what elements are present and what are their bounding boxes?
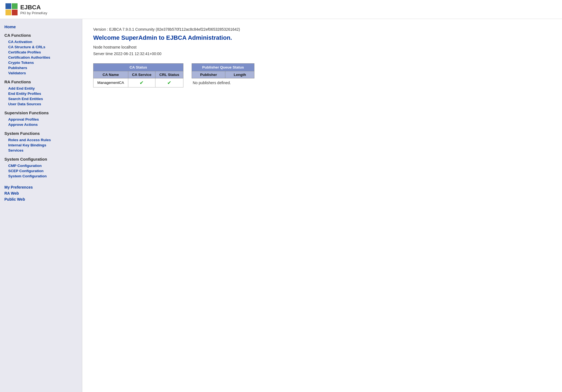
sidebar-link-approve-actions[interactable]: Approve Actions	[4, 122, 78, 127]
ca-status-table: CA Status CA Name CA Service CRL Status …	[93, 63, 183, 87]
logo-icon	[5, 3, 18, 15]
sidebar-link-search-end-entities[interactable]: Search End Entities	[4, 96, 78, 101]
sidebar-link-end-entity-profiles[interactable]: End Entity Profiles	[4, 91, 78, 96]
logo-sq-red	[12, 10, 18, 15]
sidebar-link-add-end-entity[interactable]: Add End Entity	[4, 86, 78, 91]
sidebar-section-ra-functions: RA Functions	[4, 79, 78, 84]
header: EJBCA PKI by PrimeKey	[0, 0, 562, 19]
sidebar: Home CA Functions CA Activation CA Struc…	[0, 19, 82, 392]
sidebar-bottom: My Preferences RA Web Public Web	[4, 184, 78, 202]
node-info: Node hostname localhost Server time 2022…	[93, 44, 551, 57]
sidebar-link-system-configuration[interactable]: System Configuration	[4, 174, 78, 179]
server-time: Server time 2022-06-21 12:32:41+00:00	[93, 51, 551, 57]
sidebar-link-my-preferences[interactable]: My Preferences	[4, 184, 78, 190]
length-header: Length	[225, 71, 254, 78]
main-content: Version : EJBCA 7.9.0.1 Community (82e37…	[82, 19, 562, 392]
sidebar-link-services[interactable]: Services	[4, 148, 78, 153]
sidebar-home-link[interactable]: Home	[4, 24, 78, 29]
crl-status-cell: ✔	[155, 78, 183, 87]
ca-service-header: CA Service	[128, 71, 155, 78]
sidebar-link-validators[interactable]: Validators	[4, 70, 78, 76]
ca-status-title: CA Status	[93, 63, 183, 71]
crl-status-header: CRL Status	[155, 71, 183, 78]
sidebar-link-approval-profiles[interactable]: Approval Profiles	[4, 117, 78, 122]
sidebar-section-system-configuration: System Configuration	[4, 157, 78, 161]
logo-title: EJBCA	[20, 4, 47, 11]
publisher-queue-section: Publisher Queue Status Publisher Length …	[192, 63, 255, 85]
sidebar-section-ca-functions: CA Functions	[4, 33, 78, 38]
welcome-title: Welcome SuperAdmin to EJBCA Administrati…	[93, 34, 551, 41]
sidebar-link-internal-key-bindings[interactable]: Internal Key Bindings	[4, 143, 78, 148]
sidebar-link-ca-structure-crls[interactable]: CA Structure & CRLs	[4, 44, 78, 50]
ca-name-cell: ManagementCA	[93, 78, 128, 87]
layout: Home CA Functions CA Activation CA Struc…	[0, 19, 562, 392]
sidebar-link-certification-authorities[interactable]: Certification Authorities	[4, 55, 78, 60]
logo-subtitle: PKI by PrimeKey	[20, 11, 47, 15]
tables-area: CA Status CA Name CA Service CRL Status …	[93, 63, 551, 87]
sidebar-section-system-functions: System Functions	[4, 131, 78, 136]
sidebar-link-scep-configuration[interactable]: SCEP Configuration	[4, 168, 78, 174]
no-publishers-text: No publishers defined.	[192, 81, 255, 85]
node-hostname: Node hostname localhost	[93, 44, 551, 51]
sidebar-link-cmp-configuration[interactable]: CMP Configuration	[4, 163, 78, 168]
sidebar-link-certificate-profiles[interactable]: Certificate Profiles	[4, 50, 78, 55]
logo-sq-yellow	[5, 10, 11, 15]
publisher-queue-table: Publisher Queue Status Publisher Length	[192, 63, 255, 78]
sidebar-link-crypto-tokens[interactable]: Crypto Tokens	[4, 60, 78, 65]
ca-status-section: CA Status CA Name CA Service CRL Status …	[93, 63, 183, 87]
publisher-queue-title: Publisher Queue Status	[192, 63, 254, 71]
sidebar-link-roles-access-rules[interactable]: Roles and Access Rules	[4, 137, 78, 143]
logo-container: EJBCA PKI by PrimeKey	[5, 3, 47, 15]
sidebar-section-supervision-functions: Supervision Functions	[4, 110, 78, 115]
ca-name-header: CA Name	[93, 71, 128, 78]
crl-status-ok-icon: ✔	[167, 80, 171, 86]
version-text: Version : EJBCA 7.9.0.1 Community (82e37…	[93, 27, 551, 32]
publisher-header: Publisher	[192, 71, 225, 78]
logo-text: EJBCA PKI by PrimeKey	[20, 4, 47, 15]
table-row: ManagementCA ✔ ✔	[93, 78, 183, 87]
logo-sq-green	[12, 3, 18, 9]
ca-service-ok-icon: ✔	[140, 80, 144, 86]
sidebar-link-public-web[interactable]: Public Web	[4, 196, 78, 202]
sidebar-link-publishers[interactable]: Publishers	[4, 65, 78, 70]
sidebar-link-ca-activation[interactable]: CA Activation	[4, 39, 78, 44]
ca-service-cell: ✔	[128, 78, 155, 87]
logo-sq-blue	[5, 3, 11, 9]
sidebar-link-ra-web[interactable]: RA Web	[4, 190, 78, 196]
sidebar-link-user-data-sources[interactable]: User Data Sources	[4, 101, 78, 107]
